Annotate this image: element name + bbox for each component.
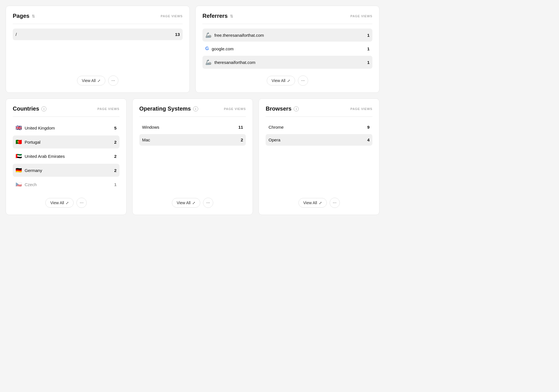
row-value: 5 xyxy=(114,126,116,130)
row-label: Czech xyxy=(25,182,37,187)
table-row: Mac 2 xyxy=(139,134,246,146)
row-label: Germany xyxy=(25,168,42,173)
os-more-button[interactable]: ··· xyxy=(203,198,213,208)
row-value: 2 xyxy=(114,168,116,173)
expand-icon: ⤢ xyxy=(319,201,322,205)
row-left: 🇨🇿 Czech xyxy=(16,181,37,188)
row-left: Opera xyxy=(268,137,280,142)
row-value: 1 xyxy=(367,46,370,51)
os-card: Operating Systems i PAGE VIEWS Windows 1… xyxy=(132,98,253,215)
referrers-col-label: PAGE VIEWS xyxy=(350,14,372,18)
row-value: 13 xyxy=(175,32,180,37)
flag-uk: 🇬🇧 xyxy=(16,125,22,131)
bottom-row: Countries i PAGE VIEWS 🇬🇧 United Kingdom… xyxy=(6,98,379,215)
countries-info-icon[interactable]: i xyxy=(41,106,46,111)
row-label: google.com xyxy=(212,46,234,51)
expand-icon: ⤢ xyxy=(97,79,101,83)
row-left: 🇵🇹 Portugal xyxy=(16,139,40,145)
flag-de: 🇩🇪 xyxy=(16,167,22,173)
countries-view-all-button[interactable]: View All ⤢ xyxy=(45,198,74,208)
countries-title-group: Countries i xyxy=(13,105,46,112)
table-row: Chrome 9 xyxy=(266,121,372,133)
row-left: Windows xyxy=(142,125,159,130)
row-value: 2 xyxy=(114,140,116,145)
countries-view-all-label: View All xyxy=(50,201,64,205)
browsers-card: Browsers i PAGE VIEWS Chrome 9 Opera xyxy=(259,98,379,215)
referrers-title-group: Referrers ⇅ xyxy=(202,13,233,19)
countries-title: Countries xyxy=(13,105,39,112)
os-card-header: Operating Systems i PAGE VIEWS xyxy=(139,105,246,117)
more-dots: ··· xyxy=(206,200,210,205)
os-footer: View All ⤢ ··· xyxy=(139,192,246,208)
table-row: 🇵🇹 Portugal 2 xyxy=(13,135,120,148)
referrers-content: 🦾 free.theresanaiforthat.com 1 G google.… xyxy=(202,29,372,70)
row-left: 🇩🇪 Germany xyxy=(16,167,42,173)
os-col-label: PAGE VIEWS xyxy=(224,107,246,111)
row-left: G google.com xyxy=(205,46,234,51)
flag-pt: 🇵🇹 xyxy=(16,139,22,145)
table-row: Opera 4 xyxy=(266,134,372,146)
row-left: 🇦🇪 United Arab Emirates xyxy=(16,153,65,159)
referrers-sort-icon[interactable]: ⇅ xyxy=(230,14,233,18)
browsers-title-group: Browsers i xyxy=(266,105,299,112)
row-label: Chrome xyxy=(268,125,283,130)
referrers-view-all-label: View All xyxy=(272,78,285,83)
referrers-more-button[interactable]: ··· xyxy=(298,76,308,86)
row-value: 4 xyxy=(367,137,370,142)
row-label: / xyxy=(16,32,17,37)
table-row: Windows 11 xyxy=(139,121,246,133)
countries-col-label: PAGE VIEWS xyxy=(97,107,120,111)
top-row: Pages ⇅ PAGE VIEWS / 13 View All ⤢ xyxy=(6,6,379,93)
table-row: 🇩🇪 Germany 2 xyxy=(13,164,120,177)
referrer-icon-3: 🦾 xyxy=(205,59,212,65)
os-title: Operating Systems xyxy=(139,105,191,112)
browsers-title: Browsers xyxy=(266,105,291,112)
pages-card: Pages ⇅ PAGE VIEWS / 13 View All ⤢ xyxy=(6,6,190,93)
row-left: Chrome xyxy=(268,125,283,130)
pages-content: / 13 xyxy=(13,29,183,70)
referrers-footer: View All ⤢ ··· xyxy=(202,70,372,86)
row-left: 🇬🇧 United Kingdom xyxy=(16,125,55,131)
countries-more-button[interactable]: ··· xyxy=(76,198,87,208)
pages-sort-icon[interactable]: ⇅ xyxy=(32,14,35,18)
browsers-view-all-button[interactable]: View All ⤢ xyxy=(298,198,327,208)
row-value: 11 xyxy=(238,125,243,130)
browsers-info-icon[interactable]: i xyxy=(294,106,299,111)
row-label: United Kingdom xyxy=(25,126,55,130)
flag-cz: 🇨🇿 xyxy=(16,181,22,188)
pages-card-header: Pages ⇅ PAGE VIEWS xyxy=(13,13,183,24)
pages-view-all-button[interactable]: View All ⤢ xyxy=(77,76,105,85)
pages-col-label: PAGE VIEWS xyxy=(161,14,183,18)
table-row: / 13 xyxy=(13,29,183,40)
pages-footer: View All ⤢ ··· xyxy=(13,70,183,86)
browsers-view-all-label: View All xyxy=(303,201,317,205)
os-title-group: Operating Systems i xyxy=(139,105,198,112)
row-label: Opera xyxy=(268,137,280,142)
row-label: United Arab Emirates xyxy=(25,154,65,159)
table-row: 🇬🇧 United Kingdom 5 xyxy=(13,121,120,134)
table-row: 🦾 free.theresanaiforthat.com 1 xyxy=(202,29,372,42)
os-view-all-button[interactable]: View All ⤢ xyxy=(172,198,200,208)
table-row: 🇨🇿 Czech 1 xyxy=(13,178,120,191)
row-value: 1 xyxy=(367,60,370,65)
row-label: theresanaiforthat.com xyxy=(214,60,255,65)
row-value: 1 xyxy=(114,182,116,187)
dashboard: Pages ⇅ PAGE VIEWS / 13 View All ⤢ xyxy=(6,6,379,215)
referrers-view-all-button[interactable]: View All ⤢ xyxy=(267,76,295,85)
browsers-content: Chrome 9 Opera 4 xyxy=(266,121,372,192)
os-info-icon[interactable]: i xyxy=(193,106,198,111)
os-view-all-label: View All xyxy=(177,201,191,205)
os-content: Windows 11 Mac 2 xyxy=(139,121,246,192)
table-row: 🇦🇪 United Arab Emirates 2 xyxy=(13,150,120,163)
row-value: 2 xyxy=(241,137,243,142)
pages-more-button[interactable]: ··· xyxy=(108,76,118,86)
row-value: 1 xyxy=(367,33,370,38)
row-value: 9 xyxy=(367,125,370,130)
browsers-col-label: PAGE VIEWS xyxy=(350,107,372,111)
row-label: Portugal xyxy=(25,140,40,145)
browsers-more-button[interactable]: ··· xyxy=(330,198,340,208)
row-label: Windows xyxy=(142,125,159,130)
countries-card: Countries i PAGE VIEWS 🇬🇧 United Kingdom… xyxy=(6,98,127,215)
countries-card-header: Countries i PAGE VIEWS xyxy=(13,105,120,117)
countries-content: 🇬🇧 United Kingdom 5 🇵🇹 Portugal 2 xyxy=(13,121,120,192)
